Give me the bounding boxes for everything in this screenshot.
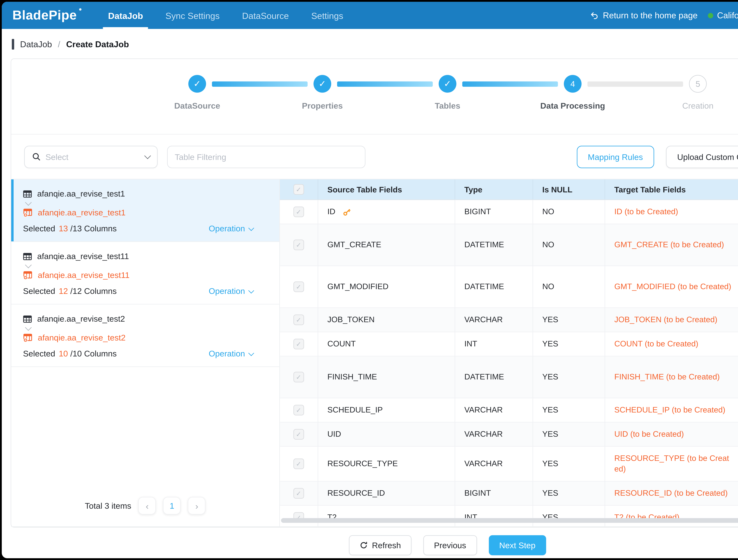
operation-link[interactable]: Operation bbox=[209, 224, 253, 233]
row-checkbox[interactable]: ✓ bbox=[293, 282, 304, 292]
breadcrumb: DataJob / Create DataJob bbox=[2, 29, 738, 57]
source-type-cell: VARCHAR bbox=[455, 446, 532, 481]
step-label: Creation bbox=[682, 101, 714, 110]
select-all-checkbox[interactable]: ✓ bbox=[293, 184, 304, 195]
source-field-name: ID bbox=[327, 206, 335, 217]
table-row: ✓T2INTYEST2 (to be Created)INTEGERYES bbox=[280, 505, 738, 526]
row-checkbox-cell: ✓ bbox=[280, 422, 318, 446]
target-field-cell: SCHEDULE_IP (to be Created) bbox=[605, 398, 738, 422]
nav-tabs: DataJob Sync Settings DataSource Setting… bbox=[97, 2, 354, 29]
row-checkbox-cell: ✓ bbox=[280, 224, 318, 266]
table-mapping-item[interactable]: afanqie.aa_revise_test2afanqie.aa_revise… bbox=[11, 305, 279, 367]
select-dropdown[interactable]: Select bbox=[24, 145, 157, 168]
chevron-down-icon bbox=[248, 288, 254, 293]
source-field-cell: GMT_MODIFIED bbox=[318, 266, 455, 308]
row-checkbox[interactable]: ✓ bbox=[293, 405, 304, 416]
pagination-next-button[interactable]: › bbox=[188, 497, 206, 515]
expand-chevron-icon[interactable] bbox=[25, 199, 32, 206]
horizontal-scrollbar[interactable] bbox=[281, 518, 738, 523]
source-field-cell: SCHEDULE_IP bbox=[318, 398, 455, 422]
source-table-name: afanqie.aa_revise_test1 bbox=[37, 189, 125, 198]
table-mapping-item[interactable]: afanqie.aa_revise_test11afanqie.aa_revis… bbox=[11, 242, 279, 305]
mapping-content: afanqie.aa_revise_test1afanqie.aa_revise… bbox=[11, 179, 738, 527]
row-checkbox[interactable]: ✓ bbox=[293, 315, 304, 325]
source-isnull-cell: YES bbox=[532, 356, 605, 398]
source-field-name: COUNT bbox=[327, 339, 356, 349]
source-field-cell: FINISH_TIME bbox=[318, 356, 455, 398]
table-row: ✓FINISH_TIMEDATETIMEYESFINISH_TIME (to b… bbox=[280, 356, 738, 398]
chevron-down-icon bbox=[248, 350, 254, 356]
check-icon: ✓ bbox=[296, 185, 301, 193]
table-list-panel: afanqie.aa_revise_test1afanqie.aa_revise… bbox=[11, 179, 280, 526]
operation-link[interactable]: Operation bbox=[209, 349, 253, 358]
tab-datasource[interactable]: DataSource bbox=[231, 2, 300, 29]
breadcrumb-parent[interactable]: DataJob bbox=[20, 40, 52, 49]
target-table-add-icon bbox=[23, 208, 32, 217]
expand-chevron-icon[interactable] bbox=[25, 261, 32, 268]
table-row: ✓GMT_CREATEDATETIMENOGMT_CREATE (to be C… bbox=[280, 224, 738, 266]
mapping-rules-button[interactable]: Mapping Rules bbox=[577, 145, 654, 168]
pagination: Total 3 items ‹ 1 › bbox=[11, 489, 279, 526]
table-row: ✓RESOURCE_TYPEVARCHARYESRESOURCE_TYPE (t… bbox=[280, 446, 738, 481]
col-header-target-fields: Target Table Fields bbox=[605, 179, 738, 200]
region-selector[interactable]: California (v0.7.0) bbox=[708, 11, 738, 20]
step-creation: 5 Creation bbox=[635, 75, 738, 134]
field-mapping-table-wrap: ✓ Source Table Fields Type Is NULL Targe… bbox=[280, 179, 738, 526]
source-table-name: afanqie.aa_revise_test2 bbox=[37, 314, 125, 324]
row-checkbox-cell: ✓ bbox=[280, 398, 318, 422]
operation-link[interactable]: Operation bbox=[209, 286, 253, 296]
row-checkbox[interactable]: ✓ bbox=[293, 488, 304, 499]
chevron-down-icon bbox=[248, 225, 254, 231]
target-table-add-icon bbox=[23, 270, 32, 280]
expand-chevron-icon[interactable] bbox=[25, 324, 32, 331]
tab-sync-settings[interactable]: Sync Settings bbox=[154, 2, 231, 29]
source-table-icon bbox=[23, 314, 32, 323]
check-icon: ✓ bbox=[194, 78, 201, 89]
source-isnull-cell: YES bbox=[532, 505, 605, 526]
source-field-cell: T2 bbox=[318, 505, 455, 526]
step-circle-done: ✓ bbox=[314, 75, 331, 93]
table-mapping-item[interactable]: afanqie.aa_revise_test1afanqie.aa_revise… bbox=[11, 179, 279, 242]
step-label: Properties bbox=[302, 101, 343, 110]
check-icon: ✓ bbox=[296, 282, 301, 292]
pagination-page-1[interactable]: 1 bbox=[163, 497, 181, 515]
source-table-row: afanqie.aa_revise_test2 bbox=[23, 314, 269, 324]
tab-settings[interactable]: Settings bbox=[300, 2, 355, 29]
check-icon: ✓ bbox=[296, 239, 301, 250]
toolbar-buttons: Mapping Rules Upload Custom Code Batch O… bbox=[577, 145, 738, 168]
filter-toolbar: Select Mapping Rules Upload Custom Code … bbox=[11, 134, 738, 179]
col-header-source-type: Type bbox=[455, 179, 532, 200]
next-step-button[interactable]: Next Step bbox=[488, 535, 546, 555]
source-table-row: afanqie.aa_revise_test11 bbox=[23, 251, 269, 261]
row-checkbox[interactable]: ✓ bbox=[293, 206, 304, 217]
source-field-wrap: UID bbox=[327, 429, 445, 440]
upload-custom-code-button[interactable]: Upload Custom Code bbox=[666, 145, 738, 168]
row-checkbox[interactable]: ✓ bbox=[293, 459, 304, 469]
target-field-cell: GMT_MODIFIED (to be Created) bbox=[605, 266, 738, 308]
target-table-row: afanqie.aa_revise_test11 bbox=[23, 270, 269, 280]
table-row: ✓SCHEDULE_IPVARCHARYESSCHEDULE_IP (to be… bbox=[280, 398, 738, 422]
table-row: ✓JOB_TOKENVARCHARYESJOB_TOKEN (to be Cre… bbox=[280, 308, 738, 332]
row-checkbox[interactable]: ✓ bbox=[293, 239, 304, 250]
return-home-link[interactable]: Return to the home page bbox=[590, 11, 698, 20]
target-table-name: afanqie.aa_revise_test1 bbox=[38, 208, 125, 217]
table-filtering-input[interactable] bbox=[167, 145, 365, 168]
refresh-label: Refresh bbox=[372, 541, 401, 550]
row-checkbox-cell: ✓ bbox=[280, 308, 318, 332]
row-checkbox[interactable]: ✓ bbox=[293, 339, 304, 349]
source-isnull-cell: YES bbox=[532, 308, 605, 332]
row-checkbox[interactable]: ✓ bbox=[293, 429, 304, 440]
row-checkbox[interactable]: ✓ bbox=[293, 372, 304, 382]
source-field-name: JOB_TOKEN bbox=[327, 315, 375, 325]
previous-button[interactable]: Previous bbox=[423, 535, 477, 555]
region-label: California (v0.7.0) bbox=[717, 11, 738, 20]
step-circle-todo: 5 bbox=[689, 75, 707, 93]
source-field-cell: UID bbox=[318, 422, 455, 446]
region-status-dot bbox=[708, 13, 713, 18]
source-type-cell: DATETIME bbox=[455, 266, 532, 308]
pagination-prev-button[interactable]: ‹ bbox=[138, 497, 156, 515]
source-type-cell: VARCHAR bbox=[455, 422, 532, 446]
refresh-button[interactable]: Refresh bbox=[349, 535, 411, 555]
tab-datajob[interactable]: DataJob bbox=[97, 2, 154, 29]
source-field-cell: RESOURCE_TYPE bbox=[318, 446, 455, 481]
